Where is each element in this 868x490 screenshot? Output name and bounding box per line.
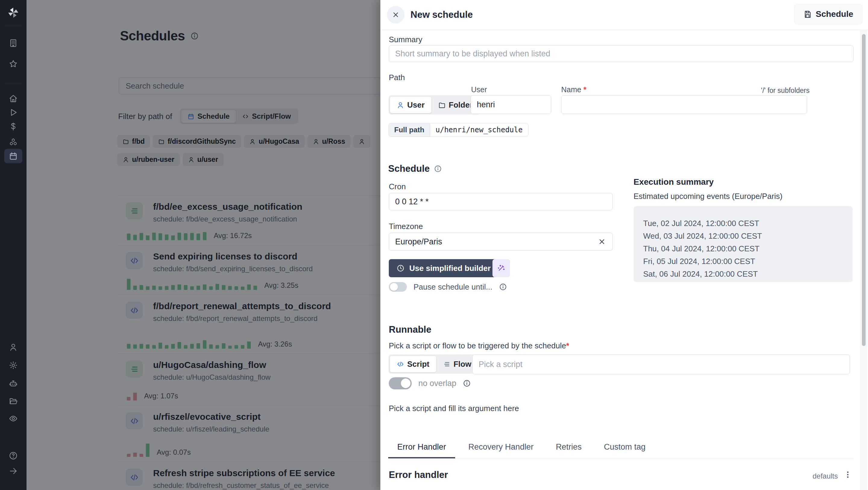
duration-bar[interactable]	[152, 286, 156, 290]
tab-error-handler[interactable]: Error Handler	[388, 442, 455, 458]
path-filter-chip[interactable]: u/ruben-user	[118, 153, 180, 166]
duration-bar[interactable]	[158, 233, 162, 240]
info-icon[interactable]	[463, 379, 471, 387]
duration-bar[interactable]	[196, 343, 200, 349]
duration-bar[interactable]	[140, 454, 143, 457]
tab-custom-tag[interactable]: Custom tag	[595, 442, 655, 458]
duration-bar[interactable]	[127, 279, 130, 290]
duration-bar[interactable]	[178, 233, 181, 240]
duration-bar[interactable]	[146, 344, 150, 349]
tab-retries[interactable]: Retries	[547, 442, 591, 458]
duration-bar[interactable]	[127, 454, 130, 457]
timezone-input[interactable]	[389, 233, 613, 251]
duration-bar[interactable]	[178, 284, 181, 290]
logs-eye-icon[interactable]	[0, 414, 27, 423]
filter-toggle-schedule[interactable]: Schedule	[181, 110, 236, 123]
duration-bar[interactable]	[158, 286, 162, 290]
duration-bar[interactable]	[235, 345, 238, 349]
duration-bar[interactable]	[222, 343, 225, 349]
schedule-row[interactable]: u/rfiszel/evocative_scriptschedule: u/rf…	[118, 405, 380, 462]
duration-bar[interactable]	[253, 286, 257, 290]
schedule-row[interactable]: f/bd/report_renewal_attempts_to_discords…	[118, 295, 380, 354]
duration-bar[interactable]	[127, 344, 130, 349]
duration-bar[interactable]	[228, 346, 232, 349]
search-input[interactable]	[119, 78, 380, 94]
duration-bar[interactable]	[203, 340, 207, 349]
duration-bar[interactable]	[247, 341, 251, 349]
duration-bar[interactable]	[184, 233, 187, 240]
duration-bar[interactable]	[178, 342, 181, 349]
close-icon[interactable]	[387, 6, 404, 24]
schedule-save-button[interactable]: Schedule	[794, 4, 863, 24]
summary-input[interactable]	[389, 45, 854, 62]
path-filter-chip[interactable]: u/HugoCasa	[244, 135, 304, 148]
duration-bar[interactable]	[228, 286, 232, 290]
duration-bar[interactable]	[133, 286, 137, 290]
duration-bar[interactable]	[241, 345, 244, 349]
path-name-input[interactable]	[561, 95, 807, 114]
path-user-input[interactable]	[470, 95, 551, 114]
duration-bar[interactable]	[190, 233, 194, 240]
duration-bar[interactable]	[241, 286, 244, 290]
home-icon[interactable]	[0, 94, 27, 103]
duration-bar[interactable]	[165, 286, 168, 290]
duration-bar[interactable]	[184, 345, 187, 349]
duration-bar[interactable]	[184, 285, 187, 290]
schedule-row[interactable]: u/HugoCasa/dashing_flowschedule: u/HugoC…	[118, 354, 380, 405]
duration-bar[interactable]	[196, 234, 200, 240]
duration-bar[interactable]	[209, 344, 213, 349]
info-icon[interactable]	[434, 165, 442, 173]
info-icon[interactable]	[499, 283, 507, 291]
workspace-building-icon[interactable]	[0, 38, 27, 48]
duration-bar[interactable]	[140, 233, 143, 240]
duration-bar[interactable]	[133, 453, 137, 457]
cron-input[interactable]	[389, 193, 613, 210]
owner-toggle-user[interactable]: User	[390, 96, 432, 113]
path-filter-chip[interactable]: u/Ross	[308, 135, 350, 148]
folders-icon[interactable]	[0, 397, 27, 406]
runnable-toggle-script[interactable]: Script	[390, 356, 436, 372]
scrollbar-thumb[interactable]	[862, 34, 866, 346]
duration-bar[interactable]	[235, 286, 238, 290]
schedules-calendar-icon[interactable]	[0, 152, 27, 161]
windmill-logo-icon[interactable]	[0, 6, 27, 19]
path-filter-chip[interactable]: u/user	[183, 153, 223, 166]
duration-bar[interactable]	[127, 234, 130, 240]
duration-bar[interactable]	[222, 285, 225, 290]
runs-play-icon[interactable]	[0, 108, 27, 117]
duration-bar[interactable]	[216, 284, 219, 290]
workers-robot-icon[interactable]	[0, 379, 27, 388]
duration-bar[interactable]	[146, 286, 150, 290]
path-filter-chip[interactable]	[353, 135, 370, 148]
help-icon[interactable]	[0, 451, 27, 460]
duration-bar[interactable]	[158, 343, 162, 349]
duration-bar[interactable]	[165, 235, 168, 240]
duration-bar[interactable]	[152, 345, 156, 349]
resources-cubes-icon[interactable]	[0, 137, 27, 147]
duration-bar[interactable]	[127, 397, 130, 400]
path-filter-chip[interactable]: f/discordGithubSync	[153, 135, 241, 148]
pick-script-input[interactable]	[472, 355, 850, 374]
tab-recovery-handler[interactable]: Recovery Handler	[459, 442, 542, 458]
duration-bar[interactable]	[146, 235, 150, 240]
user-profile-icon[interactable]	[0, 343, 27, 352]
duration-bar[interactable]	[140, 285, 143, 290]
duration-bar[interactable]	[165, 345, 168, 349]
use-simplified-builder-button[interactable]: Use simplified builder	[389, 259, 498, 277]
duration-bar[interactable]	[140, 344, 143, 349]
duration-bar[interactable]	[171, 285, 175, 290]
duration-bar[interactable]	[133, 393, 137, 400]
duration-bar[interactable]	[203, 232, 207, 240]
duration-bar[interactable]	[247, 284, 251, 290]
duration-bar[interactable]	[133, 344, 137, 349]
duration-bar[interactable]	[171, 344, 175, 349]
filter-toggle-script-flow[interactable]: Script/Flow	[236, 110, 297, 123]
favorites-star-icon[interactable]	[0, 59, 27, 68]
runnable-toggle-flow[interactable]: Flow	[436, 356, 478, 372]
info-icon[interactable]	[190, 32, 198, 40]
path-filter-chip[interactable]: f/bd	[118, 135, 150, 148]
drawer-scrollbar[interactable]	[860, 30, 867, 490]
duration-bar[interactable]	[152, 233, 156, 240]
duration-bar[interactable]	[216, 345, 219, 349]
variables-dollar-icon[interactable]	[0, 122, 27, 131]
